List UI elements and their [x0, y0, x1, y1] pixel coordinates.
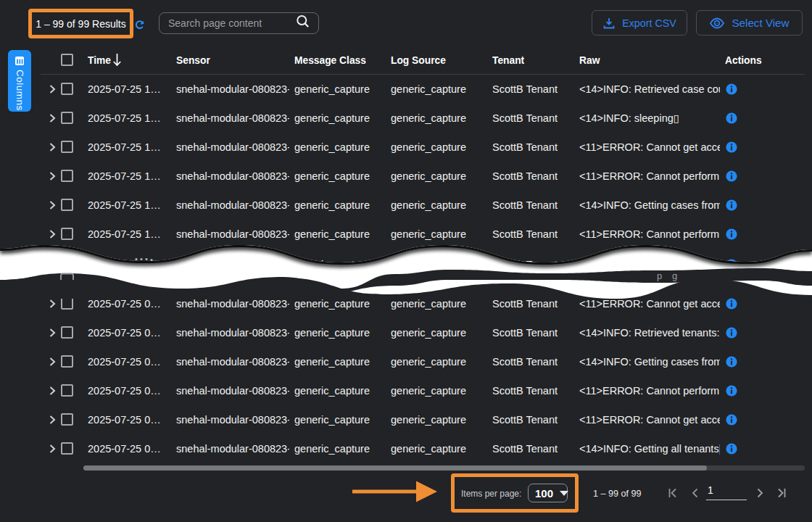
- svg-text:g: g: [672, 270, 677, 281]
- svg-text:p: p: [657, 270, 662, 281]
